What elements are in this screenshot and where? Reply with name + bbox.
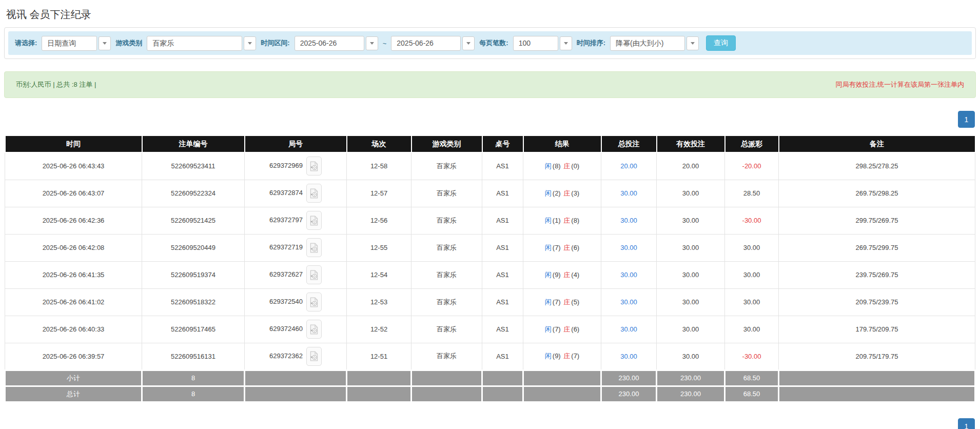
- total-bet-link[interactable]: 30.00: [620, 244, 637, 251]
- sort-order-select[interactable]: 降幂(由大到小): [610, 36, 699, 51]
- cell-table-no: AS1: [482, 288, 523, 316]
- cell-session: 12-55: [347, 234, 411, 261]
- cell-bet-id: 522609520449: [142, 234, 245, 261]
- sort-order-value[interactable]: 降幂(由大到小): [610, 36, 685, 51]
- search-button[interactable]: 查询: [706, 35, 736, 51]
- cell-result: 闲(8) 庄(0): [523, 152, 601, 180]
- query-type-caret-button[interactable]: [99, 36, 111, 50]
- video-file-icon: [310, 297, 318, 308]
- cell-result: 闲(1) 庄(8): [523, 207, 601, 234]
- game-type-value[interactable]: 百家乐: [147, 36, 242, 51]
- total-bet-link[interactable]: 30.00: [620, 271, 637, 279]
- video-file-icon: [310, 350, 318, 362]
- result-player-label: 闲: [545, 325, 552, 333]
- result-banker-score: (7): [571, 352, 579, 360]
- total-label: 总计: [5, 386, 142, 402]
- table-number: AS1: [496, 298, 509, 306]
- column-header-9: 有效投注: [657, 135, 725, 152]
- date-from-select[interactable]: 2025-06-26: [295, 36, 378, 51]
- date-to-select[interactable]: 2025-06-26: [391, 36, 475, 51]
- total-bet-link[interactable]: 30.00: [620, 298, 637, 306]
- cell-table-no: AS1: [482, 180, 523, 207]
- cell-result: 闲(9) 庄(4): [523, 261, 601, 288]
- page-1-button[interactable]: 1: [958, 111, 975, 128]
- cell-valid-bet: 20.00: [657, 152, 725, 180]
- total-bet-link[interactable]: 30.00: [620, 189, 637, 197]
- cell-total-bet: 20.00: [601, 152, 657, 180]
- page-size-caret-button[interactable]: [560, 36, 572, 50]
- video-replay-button[interactable]: [306, 265, 322, 284]
- cell-round-id: 629372969: [245, 152, 347, 180]
- cell-payout: -30.00: [725, 207, 779, 234]
- result-banker-score: (6): [571, 244, 579, 251]
- round-id: 629372874: [269, 189, 303, 197]
- game-type: 百家乐: [437, 352, 457, 360]
- column-header-1: 时间: [5, 135, 142, 152]
- video-replay-button[interactable]: [306, 347, 322, 366]
- page-size-select[interactable]: 100: [513, 36, 572, 51]
- video-replay-button[interactable]: [306, 238, 322, 257]
- game-type-select[interactable]: 百家乐: [147, 36, 256, 51]
- session-number: 12-54: [370, 271, 387, 279]
- cell-payout: 30.00: [725, 261, 779, 288]
- subtotal-label: 小计: [5, 370, 142, 386]
- total-bet-link[interactable]: 20.00: [620, 162, 637, 170]
- cell-total-bet: 30.00: [601, 207, 657, 234]
- video-replay-button[interactable]: [306, 211, 322, 230]
- query-type-value[interactable]: 日期查询: [42, 36, 97, 51]
- payout-amount: 30.00: [743, 244, 760, 251]
- video-replay-button[interactable]: [306, 320, 322, 339]
- subtotal-count: 8: [142, 370, 245, 386]
- cell-round-id: 629372797: [245, 207, 347, 234]
- column-header-2: 注单编号: [142, 135, 245, 152]
- date-to-caret-button[interactable]: [462, 36, 475, 50]
- cell-round-id: 629372460: [245, 316, 347, 343]
- bet-time: 2025-06-26 06:43:43: [43, 162, 105, 170]
- payout-amount: -30.00: [742, 353, 761, 360]
- table-row: 2025-06-26 06:42:08 522609520449 6293727…: [5, 234, 975, 261]
- total-bet-link[interactable]: 30.00: [620, 325, 637, 333]
- result-player-score: (8): [553, 162, 561, 170]
- video-replay-button[interactable]: [306, 292, 322, 311]
- game-type-caret-button[interactable]: [244, 36, 256, 50]
- date-from-caret-button[interactable]: [366, 36, 378, 50]
- sort-order-caret-button[interactable]: [687, 36, 699, 50]
- result-player-score: (2): [553, 189, 561, 197]
- total-bet-link[interactable]: 30.00: [620, 353, 637, 360]
- currency-summary-text: 币别:人民币 | 总共 :8 注单 |: [16, 80, 96, 89]
- valid-bet: 30.00: [682, 244, 699, 251]
- summary-bar: 币别:人民币 | 总共 :8 注单 | 同局有效投注,统一计算在该局第一张注单内: [4, 71, 976, 98]
- cell-time: 2025-06-26 06:43:07: [5, 180, 142, 207]
- pagination-top: 1: [5, 111, 975, 128]
- result-banker-label: 庄: [563, 298, 570, 306]
- result-banker-label: 庄: [563, 325, 570, 333]
- cell-empty: [779, 386, 975, 402]
- cell-session: 12-52: [347, 316, 411, 343]
- table-row: 2025-06-26 06:43:07 522609522324 6293728…: [5, 180, 975, 207]
- result-player-label: 闲: [545, 162, 552, 170]
- cell-game-type: 百家乐: [411, 207, 482, 234]
- cell-game-type: 百家乐: [411, 343, 482, 370]
- query-type-select[interactable]: 日期查询: [42, 36, 111, 51]
- cell-game-type: 百家乐: [411, 180, 482, 207]
- table-number: AS1: [496, 353, 509, 360]
- game-type: 百家乐: [437, 325, 457, 333]
- cell-time: 2025-06-26 06:41:35: [5, 261, 142, 288]
- video-replay-button[interactable]: [306, 157, 322, 176]
- video-replay-button[interactable]: [306, 184, 322, 203]
- cell-time: 2025-06-26 06:39:57: [5, 343, 142, 370]
- table-header-row: 时间注单编号局号场次游戏类别桌号结果总投注有效投注总派彩备注: [5, 135, 975, 152]
- cell-session: 12-56: [347, 207, 411, 234]
- page-size-value[interactable]: 100: [513, 36, 558, 51]
- date-from-value[interactable]: 2025-06-26: [295, 36, 364, 51]
- total-bet-link[interactable]: 30.00: [620, 217, 637, 224]
- cell-result: 闲(9) 庄(7): [523, 343, 601, 370]
- date-to-value[interactable]: 2025-06-26: [391, 36, 461, 51]
- result-player-score: (1): [553, 217, 561, 224]
- cell-empty: [523, 370, 601, 386]
- table-row: 2025-06-26 06:42:36 522609521425 6293727…: [5, 207, 975, 234]
- cell-valid-bet: 30.00: [657, 234, 725, 261]
- cell-empty: [347, 386, 411, 402]
- page-1-button-bottom[interactable]: 1: [958, 418, 975, 429]
- sort-order-label: 时间排序:: [577, 38, 605, 48]
